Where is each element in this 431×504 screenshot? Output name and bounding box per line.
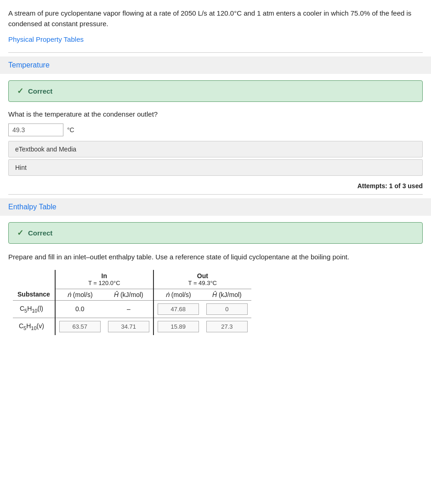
in-ndot-vapor-input[interactable] [59, 321, 101, 332]
out-ndot-vapor-cell [153, 318, 203, 335]
temperature-input-row: °C [8, 123, 423, 136]
hint-button[interactable]: Hint [8, 159, 423, 176]
out-ndot-liquid-cell [153, 300, 203, 318]
out-ndot-liquid-input[interactable] [158, 303, 199, 315]
substance-cell-liquid: C5H10(l) [13, 300, 55, 318]
temperature-correct-banner: ✓ Correct [8, 80, 423, 102]
enthalpy-check-icon: ✓ [17, 228, 23, 238]
in-ndot-header: ṅ (mol/s) [55, 289, 104, 300]
in-hhat-vapor-cell [104, 318, 153, 335]
out-hhat-vapor-cell [203, 318, 251, 335]
out-temp-label: T = 49.3°C [159, 280, 247, 286]
table-row: C5H10(l) 0.0 – [13, 300, 251, 318]
etextbook-media-button[interactable]: eTextbook and Media [8, 141, 423, 157]
out-hhat-liquid-cell [203, 300, 251, 318]
in-hhat-vapor-input[interactable] [108, 321, 149, 332]
problem-statement: A stream of pure cyclopentane vapor flow… [8, 8, 423, 29]
mid-divider [8, 194, 423, 195]
enthalpy-section-header: Enthalpy Table [0, 198, 431, 216]
out-ndot-header: ṅ (mol/s) [153, 289, 203, 300]
temperature-section-title: Temperature [8, 61, 50, 69]
out-hhat-vapor-input[interactable] [206, 321, 248, 332]
in-ndot-vapor-cell [55, 318, 104, 335]
out-hhat-header: Ĥ (kJ/mol) [203, 289, 251, 300]
temperature-correct-banner-block: ✓ Correct What is the temperature at the… [8, 80, 423, 190]
out-group-header: Out T = 49.3°C [153, 270, 251, 289]
enthalpy-correct-banner-block: ✓ Correct Prepare and fill in an inlet–o… [8, 222, 423, 335]
temperature-question: What is the temperature at the condenser… [8, 110, 423, 118]
enthalpy-correct-banner: ✓ Correct [8, 222, 423, 244]
in-temp-label: T = 120.0°C [60, 280, 148, 286]
in-group-header: In T = 120.0°C [55, 270, 153, 289]
table-header-row-1: Substance In T = 120.0°C Out T = 49.3°C [13, 270, 251, 289]
temperature-attempts: Attempts: 1 of 3 used [8, 182, 423, 190]
table-row: C5H10(v) [13, 318, 251, 335]
temperature-correct-label: Correct [28, 87, 52, 95]
enthalpy-correct-label: Correct [28, 229, 52, 237]
enthalpy-question: Prepare and fill in an inlet–outlet enth… [8, 252, 423, 263]
temperature-check-icon: ✓ [17, 86, 23, 96]
top-divider [8, 52, 423, 53]
out-hhat-liquid-input[interactable] [206, 303, 248, 315]
out-ndot-vapor-input[interactable] [158, 321, 199, 332]
physical-property-tables-link[interactable]: Physical Property Tables [8, 35, 84, 43]
substance-col-header: Substance [13, 270, 55, 301]
enthalpy-table: Substance In T = 120.0°C Out T = 49.3°C … [13, 270, 251, 335]
enthalpy-section-title: Enthalpy Table [8, 203, 57, 211]
temperature-section-header: Temperature [0, 56, 431, 74]
temperature-input[interactable] [8, 123, 63, 136]
substance-cell-vapor: C5H10(v) [13, 318, 55, 335]
in-hhat-header: Ĥ (kJ/mol) [104, 289, 153, 300]
in-ndot-liquid: 0.0 [55, 300, 104, 318]
in-hhat-liquid: – [104, 300, 153, 318]
temperature-unit: °C [67, 126, 74, 134]
